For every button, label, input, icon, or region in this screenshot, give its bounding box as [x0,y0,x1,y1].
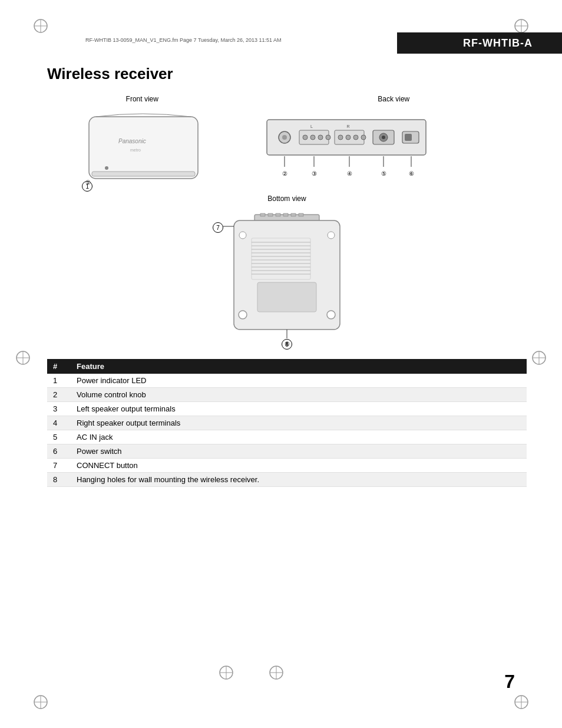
svg-rect-64 [283,213,288,216]
svg-text:Panasonic: Panasonic [118,138,146,144]
back-view-section: Back view [261,95,527,190]
row-feature: Left speaker output terminals [71,402,527,416]
callout-7-circle: 7 [213,222,223,233]
svg-point-36 [318,135,323,140]
svg-point-83 [328,232,335,239]
svg-text:⑥: ⑥ [408,170,414,177]
page-title: Wireless receiver [47,65,527,83]
row-feature: Hanging holes for wall mounting the wire… [71,473,527,487]
side-mark-left [15,350,31,366]
svg-point-80 [239,311,247,319]
svg-rect-65 [291,213,296,216]
svg-point-34 [303,135,308,140]
svg-rect-67 [234,220,340,330]
svg-text:⑤: ⑤ [381,170,386,177]
bottom-view-section: ⑦ ⑧ 7 8 [222,212,352,347]
page-number: 7 [504,671,515,693]
back-view-label: Back view [378,95,409,103]
table-header-row: # Feature [47,359,527,374]
feature-tbody: 1Power indicator LED2Volume control knob… [47,374,527,487]
svg-text:L: L [310,124,313,129]
front-view-diagram: Panasonic metro ① 1 [77,108,207,190]
front-view-label: Front view [126,95,158,103]
row-feature: Volume control knob [71,388,527,402]
svg-point-39 [338,135,343,140]
svg-point-42 [361,135,366,140]
svg-point-82 [239,232,246,239]
diagram-area: Front view Panasonic metro [47,95,527,347]
main-content: Wireless receiver Front view Panasonic m… [47,65,527,487]
svg-rect-62 [268,213,273,216]
table-row: 3Left speaker output terminals [47,402,527,416]
svg-point-35 [310,135,315,140]
svg-point-37 [326,135,330,140]
corner-mark-tr [513,18,530,34]
callout-8-circle: 8 [282,339,292,350]
side-mark-right [531,350,547,366]
row-num: 2 [47,388,71,402]
file-info: RF-WHTIB 13-0059_MAN_V1_ENG.fm Page 7 Tu… [85,37,282,43]
row-feature: AC IN jack [71,430,527,444]
svg-point-81 [327,311,335,319]
row-feature: Right speaker output terminals [71,416,527,430]
table-row: 7CONNECT button [47,459,527,473]
callout-1: 1 [82,181,92,192]
corner-mark-tl [32,18,49,34]
col-num-header: # [47,359,71,374]
table-row: 5AC IN jack [47,430,527,444]
row-num: 5 [47,430,71,444]
svg-point-28 [105,166,108,170]
svg-rect-61 [260,213,265,216]
bottom-view-label-container: Bottom view [267,193,306,203]
svg-text:③: ③ [311,170,316,177]
row-feature: Power indicator LED [71,374,527,388]
svg-point-41 [353,135,358,140]
corner-mark-bl [32,694,49,710]
row-num: 7 [47,459,71,473]
svg-rect-47 [405,134,412,141]
bottom-view-diagram: ⑦ ⑧ 7 8 [222,212,352,347]
svg-rect-27 [92,172,195,176]
col-feature-header: Feature [71,359,527,374]
bottom-mark-left [218,664,234,681]
row-num: 8 [47,473,71,487]
svg-text:②: ② [282,170,287,177]
row-num: 4 [47,416,71,430]
callout-1-circle: 1 [82,181,92,192]
table-row: 8Hanging holes for wall mounting the wir… [47,473,527,487]
svg-rect-63 [276,213,280,216]
svg-point-32 [282,135,287,140]
bottom-view-label: Bottom view [267,195,306,203]
row-feature: Power switch [71,444,527,459]
corner-mark-br [513,694,530,710]
svg-point-45 [382,136,385,139]
table-row: 2Volume control knob [47,388,527,402]
callout-8: 8 [282,339,292,350]
svg-rect-66 [299,213,303,216]
svg-text:R: R [346,124,349,129]
row-num: 3 [47,402,71,416]
header-bar: RF-WHTIB-A [397,32,562,54]
svg-rect-79 [257,282,316,312]
svg-text:metro: metro [130,148,141,152]
front-view-section: Front view Panasonic metro [47,95,237,190]
table-row: 1Power indicator LED [47,374,527,388]
row-feature: CONNECT button [71,459,527,473]
callout-7: 7 [213,222,223,233]
views-row-top: Front view Panasonic metro [47,95,527,190]
table-row: 6Power switch [47,444,527,459]
svg-text:④: ④ [346,170,352,177]
back-view-diagram: L R ② ③ ④ ⑤ [261,108,444,190]
row-num: 6 [47,444,71,459]
svg-point-40 [346,135,351,140]
svg-rect-24 [89,117,198,179]
row-num: 1 [47,374,71,388]
header-title: RF-WHTIB-A [463,37,533,50]
feature-table: # Feature 1Power indicator LED2Volume co… [47,359,527,487]
bottom-mark-center [268,664,285,681]
table-row: 4Right speaker output terminals [47,416,527,430]
